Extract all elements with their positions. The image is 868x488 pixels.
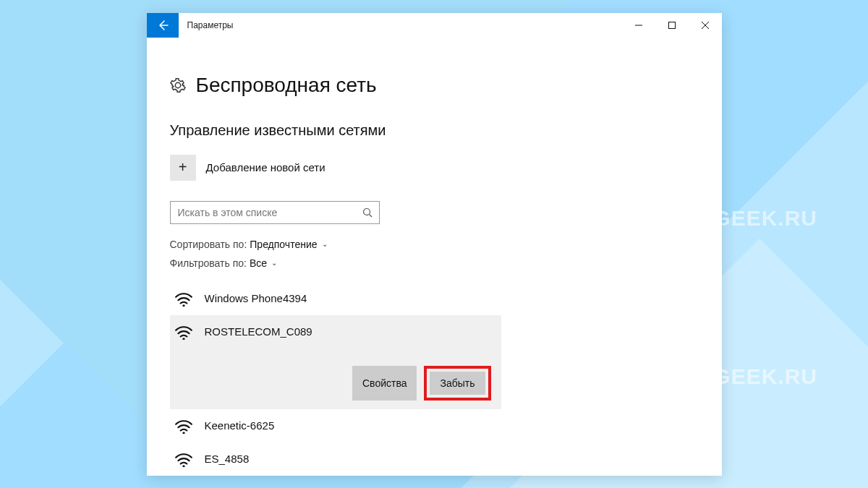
add-network-button[interactable]: + Добавление новой сети [170, 155, 380, 181]
svg-point-4 [363, 208, 370, 215]
window-controls [622, 13, 722, 38]
filter-dropdown[interactable]: Все ⌄ [250, 257, 277, 269]
gear-icon [170, 77, 186, 93]
network-item[interactable]: Keenetic-6625 [170, 409, 501, 442]
svg-point-9 [182, 465, 184, 467]
network-name: Windows Phone4394 [205, 292, 307, 304]
network-item[interactable]: Windows Phone4394 [170, 282, 501, 315]
network-name: Keenetic-6625 [205, 419, 275, 432]
wifi-icon [174, 324, 193, 340]
highlight-annotation: Забыть [424, 366, 490, 401]
window-title: Параметры [179, 13, 622, 38]
section-title: Управление известными сетями [170, 122, 500, 139]
filter-value: Все [250, 257, 267, 269]
svg-point-7 [182, 338, 184, 340]
network-item-selected[interactable]: ROSTELECOM_C089 Свойства Забыть [170, 315, 501, 409]
minimize-button[interactable] [622, 13, 655, 38]
sort-dropdown[interactable]: Предпочтение ⌄ [250, 239, 327, 250]
search-input[interactable] [171, 207, 356, 218]
network-actions: Свойства Забыть [174, 366, 494, 401]
network-item[interactable]: ES_4858 [170, 442, 501, 476]
svg-line-5 [369, 214, 372, 217]
close-icon [702, 22, 709, 29]
settings-window: Параметры Беспроводная сеть Управление и… [147, 13, 722, 476]
add-network-label: Добавление новой сети [206, 161, 326, 174]
minimize-icon [635, 22, 642, 29]
titlebar: Параметры [147, 13, 722, 38]
network-name: ROSTELECOM_C089 [205, 325, 312, 338]
wifi-icon [174, 291, 193, 307]
page-header: Беспроводная сеть [170, 74, 500, 97]
sort-row: Сортировать по: Предпочтение ⌄ [170, 239, 500, 250]
content-area: Беспроводная сеть Управление известными … [147, 38, 523, 476]
network-name: ES_4858 [205, 453, 250, 465]
arrow-left-icon [157, 20, 169, 31]
wifi-icon [174, 451, 193, 467]
svg-point-6 [182, 304, 184, 307]
svg-point-8 [182, 432, 184, 434]
wifi-icon [174, 418, 193, 434]
maximize-button[interactable] [655, 13, 689, 38]
filter-label: Фильтровать по: [170, 257, 247, 269]
properties-button[interactable]: Свойства [352, 366, 417, 401]
search-icon [356, 207, 379, 218]
filter-row: Фильтровать по: Все ⌄ [170, 257, 500, 269]
svg-rect-1 [668, 22, 675, 28]
page-title: Беспроводная сеть [196, 74, 377, 97]
close-button[interactable] [689, 13, 722, 38]
chevron-down-icon: ⌄ [322, 240, 328, 248]
search-box[interactable] [170, 201, 380, 224]
chevron-down-icon: ⌄ [271, 259, 277, 267]
plus-icon: + [170, 155, 196, 181]
maximize-icon [668, 22, 676, 29]
sort-label: Сортировать по: [170, 239, 247, 250]
back-button[interactable] [147, 13, 179, 38]
network-list: Windows Phone4394 ROSTELECOM_C089 Свойст… [170, 282, 501, 476]
sort-value: Предпочтение [250, 239, 317, 250]
forget-button[interactable]: Забыть [430, 372, 485, 395]
